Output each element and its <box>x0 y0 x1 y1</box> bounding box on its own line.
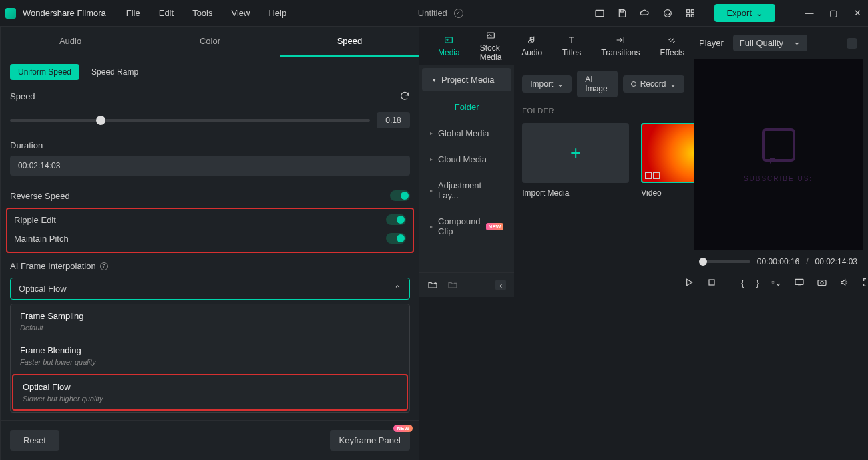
reverse-speed-toggle[interactable] <box>390 190 410 201</box>
camera-icon[interactable] <box>817 277 827 288</box>
progress-track[interactable] <box>699 260 750 263</box>
cloud-icon[interactable] <box>640 8 650 19</box>
svg-rect-4 <box>692 9 694 12</box>
option-optical-flow[interactable]: Optical Flow Slower but higher quality <box>12 374 408 411</box>
menu-help[interactable]: Help <box>268 8 286 18</box>
svg-rect-5 <box>687 14 690 17</box>
play-icon[interactable] <box>684 277 694 288</box>
tab-color[interactable]: Color <box>140 27 280 57</box>
player-viewport[interactable]: SUBSCRIBE US: <box>694 59 863 250</box>
chevron-down-icon: ⌄ <box>670 79 676 89</box>
player-label: Player <box>699 38 724 48</box>
maintain-pitch-toggle[interactable] <box>386 233 406 244</box>
ripple-edit-toggle[interactable] <box>386 214 406 225</box>
sidebar-folder[interactable]: Folder <box>419 94 514 120</box>
player-progress: 00:00:00:16 / 00:02:14:03 <box>694 250 863 273</box>
subtab-speed-ramp[interactable]: Speed Ramp <box>86 64 144 80</box>
close-icon[interactable]: ✕ <box>852 8 863 19</box>
inspector-tabs: Audio Color Speed <box>1 27 419 57</box>
menu-file[interactable]: File <box>126 8 140 18</box>
speed-slider[interactable] <box>10 119 370 122</box>
export-label: Export <box>726 8 752 18</box>
add-folder-icon[interactable] <box>427 280 438 290</box>
app-name: Wondershare Filmora <box>23 8 106 18</box>
progress-head[interactable] <box>699 258 707 266</box>
option-frame-blending[interactable]: Frame Blending Faster but lower quality <box>11 338 409 373</box>
import-button[interactable]: Import⌄ <box>522 75 572 93</box>
svg-rect-1 <box>621 9 624 11</box>
ai-image-button[interactable]: AI Image <box>577 71 617 97</box>
maximize-icon[interactable]: ▢ <box>828 8 839 19</box>
media-panel: Media Stock Media Audio Titles Transitio… <box>419 27 688 297</box>
chevron-right-icon: ▸ <box>430 130 433 136</box>
menu-view[interactable]: View <box>231 8 250 18</box>
twitch-icon <box>762 128 795 162</box>
sidebar-item-adjustment-layer[interactable]: ▸Adjustment Lay... <box>419 172 514 208</box>
import-media-tile[interactable]: + Import Media <box>522 123 629 198</box>
titlebar-right: Export ⌄ — ▢ ✕ <box>594 4 863 22</box>
stop-icon[interactable] <box>706 277 717 288</box>
media-tabs: Media Stock Media Audio Titles Transitio… <box>419 27 688 65</box>
menu-tools[interactable]: Tools <box>192 8 212 18</box>
volume-icon[interactable] <box>839 277 850 288</box>
remove-folder-icon[interactable] <box>447 280 458 290</box>
sidebar-item-compound-clip[interactable]: ▸Compound ClipNEW <box>419 208 514 244</box>
export-button[interactable]: Export ⌄ <box>714 4 775 22</box>
sidebar-item-global-media[interactable]: ▸Global Media <box>419 120 514 146</box>
record-button[interactable]: Record⌄ <box>623 75 685 93</box>
save-icon[interactable] <box>617 8 628 19</box>
mark-out-icon[interactable]: } <box>756 277 759 288</box>
duration-label: Duration <box>10 140 43 150</box>
svg-point-2 <box>664 9 672 17</box>
sidebar-header-project-media[interactable]: ▾ Project Media <box>422 68 511 91</box>
menu-edit[interactable]: Edit <box>159 8 174 18</box>
keyframe-panel-button[interactable]: Keyframe Panel NEW <box>330 430 411 451</box>
crop-dropdown-icon[interactable]: ⌄ <box>771 277 782 288</box>
tab-stock-media[interactable]: Stock Media <box>473 27 509 65</box>
new-badge: NEW <box>486 223 504 230</box>
interpolation-menu: Frame Sampling Default Frame Blending Fa… <box>10 304 410 413</box>
tab-audio[interactable]: Audio <box>515 32 549 60</box>
apps-icon[interactable] <box>685 8 696 19</box>
support-icon[interactable] <box>662 8 673 19</box>
tab-transitions[interactable]: Transitions <box>594 32 646 60</box>
tab-titles[interactable]: Titles <box>556 32 588 60</box>
fullscreen-icon[interactable] <box>862 277 868 288</box>
speed-label: Speed <box>10 91 35 101</box>
speed-subtabs: Uniform Speed Speed Ramp <box>1 57 419 87</box>
reverse-speed-label: Reverse Speed <box>10 191 70 201</box>
time-separator: / <box>806 257 808 266</box>
inspector-footer: Reset Keyframe Panel NEW <box>1 420 419 460</box>
minimize-icon[interactable]: — <box>804 8 815 19</box>
ai-frame-row: AI Frame Interpolation ? <box>10 261 410 271</box>
svg-rect-17 <box>818 280 826 286</box>
quality-dropdown[interactable]: Full Quality <box>733 35 807 51</box>
duration-value[interactable]: 00:02:14:03 <box>10 156 410 176</box>
mark-in-icon[interactable]: { <box>741 277 744 288</box>
menu-bar: File Edit Tools View Help <box>126 8 286 18</box>
reset-button[interactable]: Reset <box>10 430 59 451</box>
layout-icon[interactable] <box>594 8 605 19</box>
inspector-panel: Audio Color Speed Uniform Speed Speed Ra… <box>0 27 419 460</box>
sync-status-icon: ✓ <box>454 9 463 18</box>
chevron-down-icon: ▾ <box>433 77 436 83</box>
reset-speed-icon[interactable] <box>399 91 410 101</box>
tab-audio[interactable]: Audio <box>1 27 140 57</box>
info-icon[interactable]: ? <box>100 262 108 270</box>
collapse-sidebar-icon[interactable]: ‹ <box>495 280 506 290</box>
speed-value[interactable]: 0.18 <box>377 112 410 128</box>
svg-rect-14 <box>709 280 714 285</box>
subtab-uniform-speed[interactable]: Uniform Speed <box>10 64 79 80</box>
display-icon[interactable] <box>794 277 805 288</box>
option-frame-sampling[interactable]: Frame Sampling Default <box>11 304 409 338</box>
tab-speed[interactable]: Speed <box>280 27 419 57</box>
sidebar-item-cloud-media[interactable]: ▸Cloud Media <box>419 146 514 172</box>
new-badge: NEW <box>393 425 413 432</box>
svg-rect-16 <box>795 279 803 284</box>
tab-media[interactable]: Media <box>431 32 467 60</box>
player-header: Player Full Quality <box>694 32 863 59</box>
interpolation-dropdown[interactable]: Optical Flow ⌃ <box>10 278 410 300</box>
tab-effects[interactable]: Effects <box>654 32 691 60</box>
svg-rect-7 <box>445 37 453 43</box>
snapshot-icon[interactable] <box>847 38 857 49</box>
